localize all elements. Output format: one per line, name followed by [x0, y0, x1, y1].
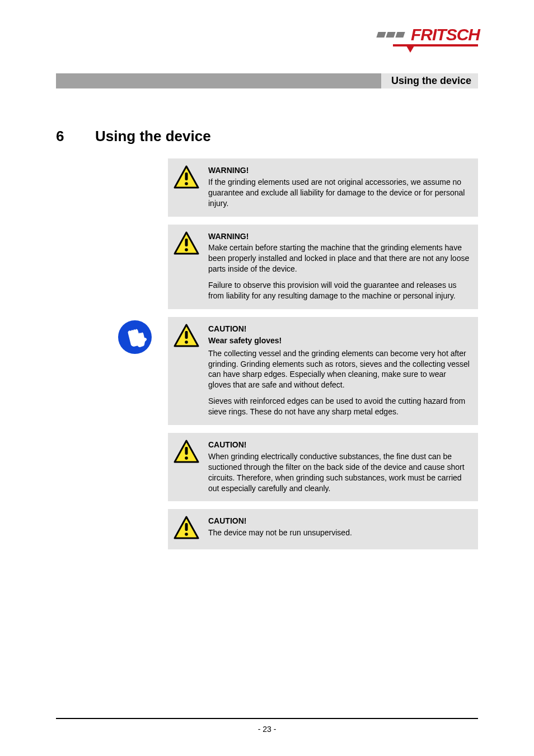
warning-triangle-icon — [174, 440, 199, 463]
warning-triangle-icon — [174, 324, 199, 347]
svg-point-5 — [185, 248, 188, 251]
caution-box-conductive: CAUTION! When grinding electrically cond… — [168, 433, 478, 501]
alert-text: Sieves with reinforced edges can be used… — [208, 396, 470, 417]
svg-rect-14 — [185, 523, 188, 531]
section-title: Using the device — [95, 128, 211, 145]
warning-box-2: WARNING! Make certain before starting th… — [168, 225, 478, 309]
caution-box-gloves: CAUTION! Wear safety gloves! The collect… — [168, 317, 478, 425]
alert-text: Make certain before starting the machine… — [208, 242, 470, 274]
brand-logo: FRITSCH — [377, 25, 478, 53]
alert-title: CAUTION! — [208, 324, 470, 334]
alert-text: Failure to observe this provision will v… — [208, 280, 470, 301]
svg-rect-1 — [185, 172, 188, 180]
svg-rect-8 — [185, 331, 188, 339]
svg-rect-11 — [185, 447, 188, 455]
svg-point-9 — [185, 340, 188, 344]
section-number: 6 — [56, 128, 73, 145]
gloves-mandatory-icon — [118, 320, 152, 357]
warning-box-1: WARNING! If the grinding elements used a… — [168, 158, 478, 217]
warning-triangle-icon — [174, 231, 199, 255]
alert-text: The device may not be run unsupervised. — [208, 528, 470, 538]
alert-text: When grinding electrically conductive su… — [208, 451, 470, 494]
logo-triangle-icon — [406, 46, 414, 53]
logo-text: FRITSCH — [411, 25, 480, 44]
svg-point-12 — [185, 456, 188, 460]
alert-text: If the grinding elements used are not or… — [208, 177, 470, 209]
header-title: Using the device — [381, 73, 478, 88]
alert-title: CAUTION! — [208, 516, 470, 526]
svg-point-2 — [185, 182, 188, 185]
svg-rect-4 — [185, 239, 188, 246]
caution-box-unsupervised: CAUTION! The device may not be run unsup… — [168, 509, 478, 549]
alert-title: WARNING! — [208, 231, 470, 242]
alert-text: The collecting vessel and the grinding e… — [208, 348, 470, 391]
page-number: - 23 - — [56, 725, 478, 734]
header-bar: Using the device — [56, 73, 478, 88]
alert-title: WARNING! — [208, 165, 470, 176]
page-footer: - 23 - — [56, 718, 478, 734]
warning-triangle-icon — [174, 516, 199, 539]
svg-point-15 — [185, 533, 188, 536]
section-heading: 6 Using the device — [56, 128, 478, 145]
warning-triangle-icon — [174, 165, 199, 189]
alert-subtitle: Wear safety gloves! — [208, 335, 470, 346]
alert-title: CAUTION! — [208, 440, 470, 450]
logo-bars — [377, 32, 404, 38]
